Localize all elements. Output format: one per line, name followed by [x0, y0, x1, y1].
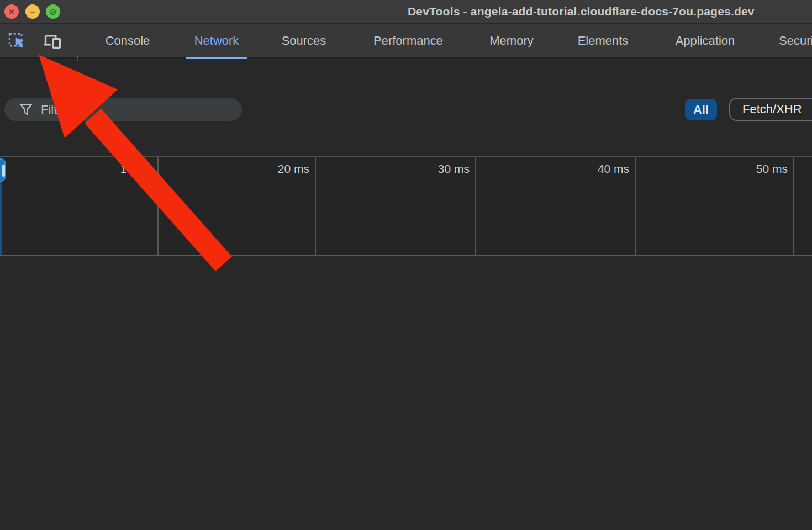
filter-input[interactable]: [41, 103, 223, 117]
window-title: DevTools - angela-add-tutorial.cloudflar…: [408, 5, 755, 18]
timeline-tick-label: 50 ms: [756, 162, 788, 175]
filter-input-container: [4, 98, 242, 121]
tab-application-label: Application: [676, 34, 735, 48]
devtools-window: ✕ – ⊘ DevTools - angela-add-tutorial.clo…: [0, 0, 812, 530]
timeline-column: 10 ms: [0, 157, 159, 255]
timeline-selection-handle[interactable]: [0, 158, 6, 182]
tab-performance[interactable]: Performance: [362, 24, 454, 57]
inspect-element-button[interactable]: [8, 33, 27, 50]
timeline-tick-label: 40 ms: [598, 162, 629, 175]
device-toolbar-icon: [43, 33, 62, 50]
close-window-button[interactable]: ✕: [4, 4, 19, 19]
tab-network-label: Network: [194, 34, 239, 48]
tab-console-label: Console: [106, 34, 150, 48]
tab-memory[interactable]: Memory: [483, 24, 540, 57]
tab-security-label: Security: [779, 34, 812, 48]
filter-funnel-outline-icon: [19, 103, 33, 117]
timeline-column: 20 ms: [159, 157, 316, 255]
timeline-tick-label: 10 ms: [120, 162, 152, 175]
minimize-window-button[interactable]: –: [25, 4, 40, 19]
requests-empty-area: Recording network activity… Perform a re…: [0, 257, 812, 530]
inspect-cursor-icon: [8, 33, 26, 50]
timeline-column: 30 ms: [316, 157, 476, 255]
devtools-tab-bar: Console Network Sources Performance Memo…: [0, 24, 812, 59]
tab-memory-label: Memory: [489, 34, 533, 48]
tab-performance-label: Performance: [373, 34, 443, 48]
timeline-tick-label: 20 ms: [278, 162, 309, 175]
request-type-chip-all[interactable]: All: [685, 99, 717, 120]
handle-grip: [2, 165, 5, 177]
tab-elements[interactable]: Elements: [571, 24, 635, 57]
tab-elements-label: Elements: [578, 34, 629, 48]
tab-sources[interactable]: Sources: [275, 24, 333, 57]
timeline-tick-label: 30 ms: [438, 162, 470, 175]
tab-application[interactable]: Application: [666, 24, 745, 57]
tab-console[interactable]: Console: [98, 24, 157, 57]
tab-sources-label: Sources: [282, 34, 326, 48]
zoom-window-button[interactable]: ⊘: [46, 4, 60, 19]
filter-bar: Invert Hide data URLs Hide extension URL…: [0, 93, 812, 157]
tab-network[interactable]: Network: [186, 24, 247, 57]
network-toolbar: Preserve log Disable cache No throttling: [0, 61, 812, 93]
active-tab-underline: [186, 57, 247, 59]
toggle-device-toolbar-button[interactable]: [43, 33, 62, 50]
request-type-chip-fetch-xhr[interactable]: Fetch/XHR: [729, 98, 812, 121]
timeline-column: 50 ms: [636, 157, 794, 255]
timeline-column: 40 ms: [476, 157, 636, 255]
tab-security[interactable]: Security: [779, 24, 812, 57]
timeline-marker-line: [0, 182, 2, 255]
title-bar: ✕ – ⊘ DevTools - angela-add-tutorial.clo…: [0, 0, 812, 23]
network-overview-timeline[interactable]: 10 ms 20 ms 30 ms 40 ms 50 ms: [0, 157, 812, 256]
